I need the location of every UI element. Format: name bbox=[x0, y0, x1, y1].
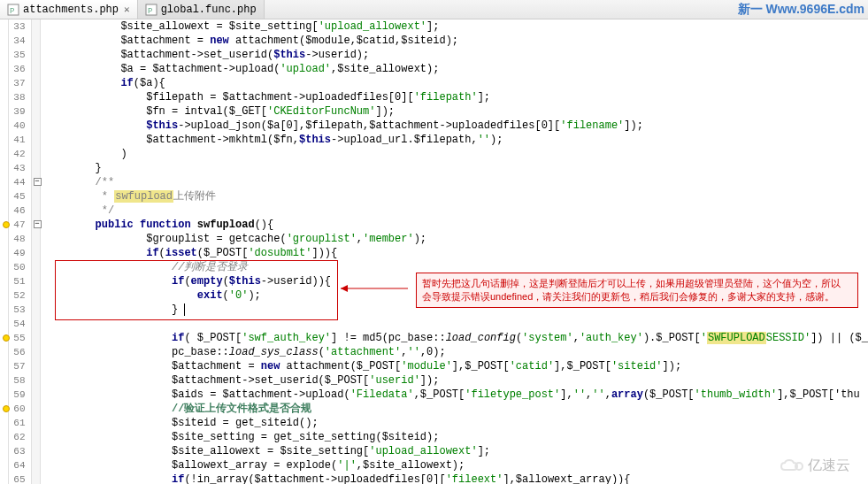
code-line[interactable]: $attachment = new attachment($module,$ca… bbox=[44, 34, 868, 48]
breakpoint-marker[interactable] bbox=[3, 221, 10, 228]
cloud-icon bbox=[778, 457, 804, 475]
code-line[interactable]: //验证上传文件格式是否合规 bbox=[44, 402, 868, 416]
line-number: 61 bbox=[9, 416, 25, 430]
code-line[interactable]: public function swfupload(){ bbox=[44, 218, 868, 232]
line-number: 40 bbox=[9, 119, 25, 133]
tab-global-func[interactable]: P global.func.php bbox=[138, 0, 265, 19]
line-number: 35 bbox=[9, 48, 25, 62]
line-number-gutter: 3334353637383940414243444546474849505152… bbox=[9, 19, 31, 484]
brand-text: 新一 Www.9696E.cdm bbox=[738, 2, 864, 18]
line-number: 33 bbox=[9, 19, 25, 34]
line-number: 38 bbox=[9, 90, 25, 104]
close-icon[interactable]: ✕ bbox=[124, 4, 130, 15]
code-line[interactable]: $site_allowext = $site_setting['upload_a… bbox=[44, 19, 868, 34]
line-number: 58 bbox=[9, 373, 25, 388]
line-number: 48 bbox=[9, 232, 25, 246]
php-file-icon: P bbox=[145, 4, 157, 16]
line-number: 60 bbox=[9, 402, 25, 416]
code-line[interactable]: $siteid = get_siteid(); bbox=[44, 416, 868, 430]
code-line[interactable]: ) bbox=[44, 147, 868, 161]
code-line[interactable]: $attachment = new attachment($_POST['mod… bbox=[44, 359, 868, 373]
code-line[interactable]: $fn = intval($_GET['CKEditorFuncNum']); bbox=[44, 104, 868, 119]
code-line[interactable]: if($a){ bbox=[44, 76, 868, 90]
line-number: 52 bbox=[9, 288, 25, 303]
code-line[interactable]: pc_base::load_sys_class('attachment','',… bbox=[44, 345, 868, 359]
code-area[interactable]: $site_allowext = $site_setting['upload_a… bbox=[41, 19, 868, 484]
code-line[interactable]: if(isset($_POST['dosubmit'])){ bbox=[44, 246, 868, 260]
arrow-annotation bbox=[341, 283, 411, 294]
annotation-box: 暂时先把这几句话删掉，这是判断登陆后才可以上传，如果用超级管理员登陆，这个值为空… bbox=[416, 273, 858, 308]
line-number: 34 bbox=[9, 34, 25, 48]
code-line[interactable]: $this->upload_json($a[0],$filepath,$atta… bbox=[44, 119, 868, 133]
tab-label: global.func.php bbox=[161, 4, 257, 16]
line-number: 62 bbox=[9, 430, 25, 444]
breakpoint-marker[interactable] bbox=[3, 334, 10, 342]
line-number: 46 bbox=[9, 204, 25, 218]
breakpoint-marker[interactable] bbox=[3, 405, 10, 412]
line-number: 56 bbox=[9, 345, 25, 359]
fold-gutter: −− bbox=[32, 19, 41, 484]
line-number: 54 bbox=[9, 317, 25, 331]
line-number: 44 bbox=[9, 175, 25, 189]
code-line[interactable]: $attachment->mkhtml($fn,$this->upload_ur… bbox=[44, 133, 868, 147]
code-line[interactable]: $grouplist = getcache('grouplist','membe… bbox=[44, 232, 868, 246]
annotation-line-2: 会导致提示错误undefined，请关注我们的更新包，稍后我们会修复的，多谢大家… bbox=[422, 290, 852, 303]
code-line[interactable]: * swfupload上传附件 bbox=[44, 189, 868, 204]
line-number: 64 bbox=[9, 458, 25, 472]
line-number: 57 bbox=[9, 359, 25, 373]
php-file-icon: P bbox=[7, 4, 19, 16]
code-line[interactable]: $allowext_array = explode('|',$site_allo… bbox=[44, 458, 868, 472]
annotation-line-1: 暂时先把这几句话删掉，这是判断登陆后才可以上传，如果用超级管理员登陆，这个值为空… bbox=[422, 277, 852, 290]
line-number: 55 bbox=[9, 331, 25, 345]
line-number: 65 bbox=[9, 472, 25, 484]
code-line[interactable]: $filepath = $attachment->uploadedfiles[0… bbox=[44, 90, 868, 104]
tab-attachments[interactable]: P attachments.php ✕ bbox=[0, 0, 138, 19]
code-line[interactable]: $attachment->set_userid($this->userid); bbox=[44, 48, 868, 62]
code-line[interactable]: $aids = $attachment->upload('Filedata',$… bbox=[44, 388, 868, 402]
marker-gutter bbox=[0, 19, 9, 484]
line-number: 43 bbox=[9, 161, 25, 175]
code-line[interactable]: $a = $attachment->upload('upload',$site_… bbox=[44, 62, 868, 76]
code-line[interactable]: $site_setting = get_site_setting($siteid… bbox=[44, 430, 868, 444]
line-number: 47 bbox=[9, 218, 25, 232]
line-number: 59 bbox=[9, 388, 25, 402]
code-line[interactable]: */ bbox=[44, 204, 868, 218]
line-number: 50 bbox=[9, 260, 25, 274]
tab-bar: P attachments.php ✕ P global.func.php 新一… bbox=[0, 0, 868, 19]
code-line[interactable]: if( $_POST['swf_auth_key'] != md5(pc_bas… bbox=[44, 331, 868, 345]
code-line[interactable]: /** bbox=[44, 175, 868, 189]
code-line[interactable]: $site_allowext = $site_setting['upload_a… bbox=[44, 444, 868, 458]
line-number: 37 bbox=[9, 76, 25, 90]
line-number: 41 bbox=[9, 133, 25, 147]
line-number: 53 bbox=[9, 303, 25, 317]
line-number: 45 bbox=[9, 189, 25, 204]
code-line[interactable]: } bbox=[44, 161, 868, 175]
line-number: 36 bbox=[9, 62, 25, 76]
code-line[interactable] bbox=[44, 317, 868, 331]
tab-label: attachments.php bbox=[23, 4, 119, 16]
code-line[interactable]: if(!in_array($attachment->uploadedfiles[… bbox=[44, 472, 868, 484]
code-line[interactable]: $attachment->set_userid($_POST['userid']… bbox=[44, 373, 868, 388]
editor: 3334353637383940414243444546474849505152… bbox=[0, 19, 868, 484]
line-number: 63 bbox=[9, 444, 25, 458]
line-number: 49 bbox=[9, 246, 25, 260]
watermark: 亿速云 bbox=[778, 457, 850, 475]
line-number: 39 bbox=[9, 104, 25, 119]
svg-marker-5 bbox=[341, 285, 348, 292]
line-number: 51 bbox=[9, 274, 25, 288]
line-number: 42 bbox=[9, 147, 25, 161]
svg-text:P: P bbox=[10, 7, 14, 16]
svg-text:P: P bbox=[148, 7, 152, 16]
